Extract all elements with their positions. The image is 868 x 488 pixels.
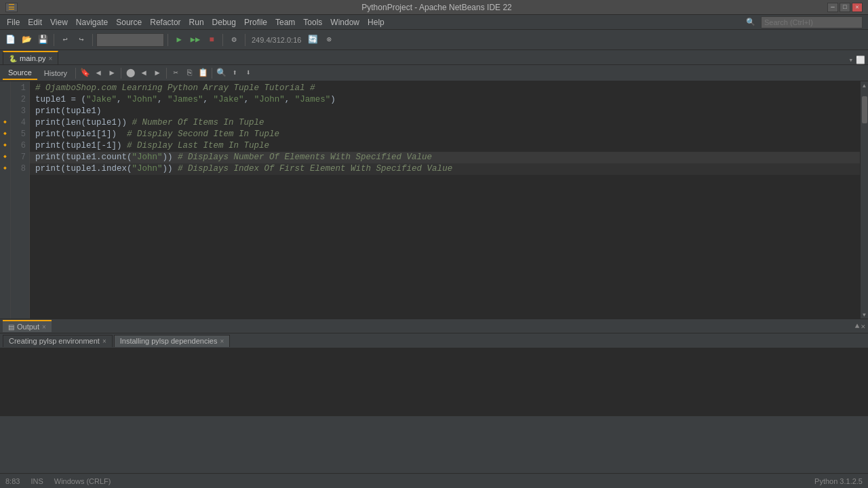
code-comma-2: , (157, 94, 167, 106)
cut-button[interactable]: ✂ (170, 67, 182, 79)
app-icon: ☰ (5, 3, 18, 12)
toolbar-separator-1 (54, 34, 54, 46)
lm-8: ◆ (0, 162, 10, 174)
panel-close-button[interactable]: ✕ (861, 322, 865, 331)
file-tab-main-py[interactable]: 🐍 main.py × (3, 51, 58, 64)
menu-refactor[interactable]: Refactor (146, 16, 184, 28)
pylsp-deps-tab-label: Installing pylsp dependencies (120, 337, 218, 345)
menu-view[interactable]: View (46, 16, 72, 28)
lm-6: ◆ (0, 139, 10, 150)
find-prev-button[interactable]: ⬆ (229, 67, 241, 79)
ln-5: 5 (11, 129, 26, 140)
global-search-input[interactable] (761, 16, 863, 28)
status-line-ending: Windows (CRLF) (54, 477, 111, 485)
code-str-jake1: "Jake" (86, 94, 117, 106)
tabs-menu-button[interactable]: ▾ (848, 56, 853, 64)
file-tab-close[interactable]: × (49, 55, 53, 62)
code-str-john1: "John" (127, 94, 157, 106)
code-comment-6: # Display Last Item In Tuple (127, 140, 269, 152)
debug-button[interactable]: ▶▶ (188, 33, 203, 47)
stop-button[interactable]: ■ (204, 33, 219, 47)
panel-expand-button[interactable]: ▲ (855, 322, 860, 331)
source-tab[interactable]: Source (3, 66, 37, 80)
pylsp-env-tab-label: Creating pylsp environment (9, 337, 100, 345)
lm-7: ◆ (0, 150, 10, 162)
statusbar: 8:83 INS Windows (CRLF) Python 3.1.2.5 (0, 473, 868, 488)
code-str-john-count: "John" (132, 152, 163, 163)
menu-run[interactable]: Run (185, 16, 208, 28)
prev-breakpoint-button[interactable]: ◀ (138, 67, 150, 79)
open-project-button[interactable]: 📂 (19, 33, 34, 47)
run-button[interactable]: ▶ (172, 33, 186, 47)
menu-team[interactable]: Team (271, 16, 299, 28)
undo-button[interactable]: ↩ (58, 33, 73, 47)
toggle-bookmark-button[interactable]: 🔖 (79, 67, 91, 79)
refresh-button[interactable]: 🔄 (305, 33, 320, 47)
pylsp-deps-tab[interactable]: Installing pylsp dependencies × (114, 335, 231, 347)
output-tab-close[interactable]: × (42, 323, 46, 331)
new-project-button[interactable]: 📄 (3, 33, 18, 47)
titlebar: ☰ PythonProject - Apache NetBeans IDE 22… (0, 0, 868, 15)
menu-help[interactable]: Help (363, 16, 389, 28)
code-var-tuple1: tuple1 = ( (35, 94, 86, 106)
menu-file[interactable]: File (3, 16, 24, 28)
scroll-up-button[interactable]: ▲ (861, 81, 869, 89)
output-tab[interactable]: ▤ Output × (3, 320, 52, 332)
cancel-button[interactable]: ⊗ (321, 33, 336, 47)
panel-expand-controls: ▲ ✕ (855, 322, 865, 331)
code-comma-3: , (203, 94, 214, 106)
scroll-down-button[interactable]: ▼ (861, 310, 869, 319)
menu-debug[interactable]: Debug (208, 16, 240, 28)
code-print-len: print(len(tuple1)) (35, 117, 132, 129)
prev-bookmark-button[interactable]: ◀ (92, 67, 104, 79)
menu-window[interactable]: Window (326, 16, 363, 28)
find-button[interactable]: 🔍 (215, 67, 227, 79)
menubar: File Edit View Navigate Source Refactor … (0, 15, 868, 30)
code-print-count-pre: print(tuple1.count( (35, 152, 132, 163)
output-tab-label: Output (17, 323, 39, 331)
pylsp-env-tab[interactable]: Creating pylsp environment × (3, 335, 113, 347)
menu-edit[interactable]: Edit (24, 16, 46, 28)
status-ins: INS (31, 477, 43, 485)
left-margin: ◆ ◆ ◆ ◆ ◆ (0, 81, 11, 319)
maximize-button[interactable]: □ (840, 3, 850, 12)
find-next-button[interactable]: ⬇ (242, 67, 254, 79)
status-cursor: 8:83 (5, 477, 20, 485)
next-bookmark-button[interactable]: ▶ (106, 67, 118, 79)
menu-navigate[interactable]: Navigate (72, 16, 112, 28)
ln-1: 1 (11, 83, 26, 94)
vertical-scrollbar[interactable]: ▲ ▼ (860, 81, 868, 319)
pylsp-env-tab-close[interactable]: × (102, 338, 106, 345)
ln-6: 6 (11, 140, 26, 152)
output-panel-tabs: ▤ Output × ▲ ✕ (0, 319, 868, 333)
build-combo[interactable] (96, 33, 164, 47)
code-print-index-pre: print(tuple1.index( (35, 163, 132, 175)
code-print-idx1: print(tuple1[1]) (35, 129, 127, 140)
ln-4: 4 (11, 117, 26, 129)
menu-tools[interactable]: Tools (299, 16, 326, 28)
pylsp-deps-tab-close[interactable]: × (220, 338, 224, 345)
profile-button[interactable]: ⚙ (226, 33, 241, 47)
scroll-thumb[interactable] (862, 96, 867, 123)
minimize-button[interactable]: ─ (827, 3, 838, 12)
paste-button[interactable]: 📋 (197, 67, 209, 79)
lm-1 (0, 81, 10, 93)
save-button[interactable]: 💾 (35, 33, 50, 47)
menu-source[interactable]: Source (112, 16, 146, 28)
menu-profile[interactable]: Profile (240, 16, 271, 28)
subtoolbar-sep (75, 68, 76, 79)
toolbar-separator-2 (92, 34, 93, 46)
copy-button[interactable]: ⎘ (183, 67, 195, 79)
tabs-maximize-button[interactable]: ⬜ (856, 56, 865, 64)
close-button[interactable]: ✕ (852, 3, 863, 12)
toggle-breakpoint-button[interactable]: ⬤ (124, 67, 136, 79)
redo-button[interactable]: ↪ (74, 33, 89, 47)
next-breakpoint-button[interactable]: ▶ (151, 67, 163, 79)
history-tab[interactable]: History (39, 66, 73, 80)
code-line-2: tuple1 = ("Jake", "John", "James", "Jake… (30, 94, 860, 106)
code-str-james2: "James" (295, 94, 331, 106)
code-editor[interactable]: # OjamboShop.com Learning Python Array T… (30, 81, 860, 319)
code-line-4: print(len(tuple1)) # Number Of Items In … (30, 117, 860, 129)
scroll-track[interactable] (861, 89, 868, 310)
code-comment-1: # OjamboShop.com Learning Python Array T… (35, 83, 315, 94)
